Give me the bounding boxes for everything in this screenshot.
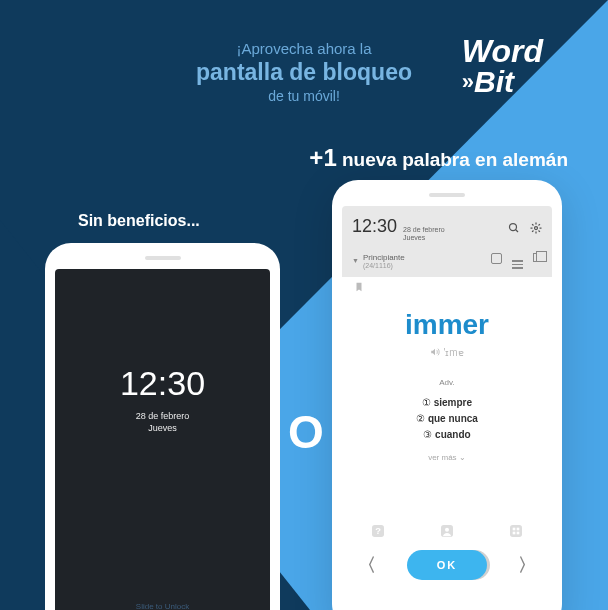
fullscreen-icon[interactable]: [491, 253, 502, 269]
level-label[interactable]: Principiante: [363, 253, 405, 262]
no-benefits-label: Sin beneficios...: [78, 212, 200, 230]
svg-rect-11: [513, 528, 516, 531]
phone-speaker: [429, 193, 465, 197]
lock-time: 12:30: [55, 269, 270, 403]
status-bar: 12:30 28 de febrero Jueves: [342, 206, 552, 277]
svg-rect-13: [513, 532, 516, 535]
svg-point-3: [510, 224, 517, 231]
tagline-plus: +1: [309, 144, 336, 171]
grid-icon[interactable]: [508, 523, 524, 542]
prev-button[interactable]: 〈: [352, 553, 382, 577]
cards-icon[interactable]: [533, 253, 542, 269]
svg-line-4: [516, 230, 519, 233]
chevron-down-icon: ⌄: [459, 453, 466, 462]
see-more-link[interactable]: ver más ⌄: [342, 453, 552, 462]
status-time: 12:30: [352, 216, 397, 237]
search-icon[interactable]: [508, 222, 520, 236]
audio-button[interactable]: 'ɪmɐ: [342, 347, 552, 358]
brand-bit: Bit: [474, 67, 514, 97]
or-divider: O: [288, 405, 324, 459]
brand-logo: Word » Bit: [462, 35, 543, 97]
next-button[interactable]: 〉: [512, 553, 542, 577]
user-icon[interactable]: [439, 523, 455, 542]
phone-wordbit: 12:30 28 de febrero Jueves: [332, 180, 562, 610]
level-progress: (24/1116): [363, 262, 405, 269]
definition-item: ③ cuando: [342, 427, 552, 443]
definition-item: ② que nunca: [342, 411, 552, 427]
settings-icon[interactable]: [530, 222, 542, 236]
brand-chevron-icon: »: [462, 71, 468, 93]
status-day: Jueves: [403, 234, 445, 242]
tagline-text: nueva palabra en alemán: [337, 149, 568, 170]
tagline: +1 nueva palabra en alemán: [309, 144, 568, 172]
pronunciation: 'ɪmɐ: [443, 347, 463, 358]
svg-text:?: ?: [375, 526, 381, 536]
lock-day: Jueves: [55, 423, 270, 433]
menu-icon[interactable]: [512, 253, 523, 269]
bookmark-icon[interactable]: [342, 277, 552, 299]
svg-point-5: [535, 227, 538, 230]
dropdown-icon[interactable]: ▼: [352, 257, 359, 264]
slide-to-unlock[interactable]: Slide to Unlock: [55, 602, 270, 610]
help-icon[interactable]: ?: [370, 523, 386, 542]
phone-speaker: [145, 256, 181, 260]
lock-screen-plain: 12:30 28 de febrero Jueves Slide to Unlo…: [55, 269, 270, 610]
part-of-speech: Adv.: [342, 378, 552, 387]
svg-point-9: [445, 528, 449, 532]
definitions-list: ① siempre ② que nunca ③ cuando: [342, 395, 552, 443]
svg-rect-10: [510, 525, 522, 537]
definition-item: ① siempre: [342, 395, 552, 411]
wordbit-app-screen: 12:30 28 de febrero Jueves: [342, 206, 552, 590]
ok-button[interactable]: OK: [407, 550, 488, 580]
phone-plain: 12:30 28 de febrero Jueves Slide to Unlo…: [45, 243, 280, 610]
status-date: 28 de febrero: [403, 226, 445, 234]
vocab-word: immer: [342, 309, 552, 341]
svg-rect-14: [517, 532, 520, 535]
svg-rect-12: [517, 528, 520, 531]
lock-date: 28 de febrero: [55, 411, 270, 421]
brand-word: Word: [462, 35, 543, 67]
